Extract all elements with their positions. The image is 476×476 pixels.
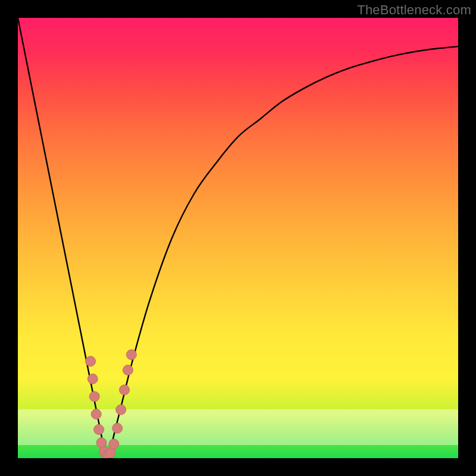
- data-marker: [112, 423, 123, 433]
- data-marker: [109, 439, 119, 449]
- watermark-text: TheBottleneck.com: [357, 2, 471, 18]
- curve-markers: [86, 350, 137, 458]
- data-marker: [120, 385, 130, 395]
- data-marker: [123, 365, 133, 375]
- data-marker: [87, 374, 98, 384]
- data-marker: [89, 392, 99, 402]
- data-marker: [116, 405, 126, 415]
- data-marker: [105, 448, 115, 458]
- data-marker: [86, 356, 96, 367]
- data-marker: [91, 409, 101, 419]
- data-marker: [96, 438, 107, 448]
- outer-frame: TheBottleneck.com: [0, 0, 476, 476]
- data-marker: [126, 350, 136, 360]
- bottleneck-curve: [18, 18, 458, 458]
- data-marker: [94, 424, 104, 434]
- data-marker: [102, 450, 112, 458]
- data-marker: [99, 446, 109, 456]
- highlight-band: [18, 409, 458, 445]
- chart-svg: [18, 18, 458, 458]
- plot-area: [18, 18, 458, 458]
